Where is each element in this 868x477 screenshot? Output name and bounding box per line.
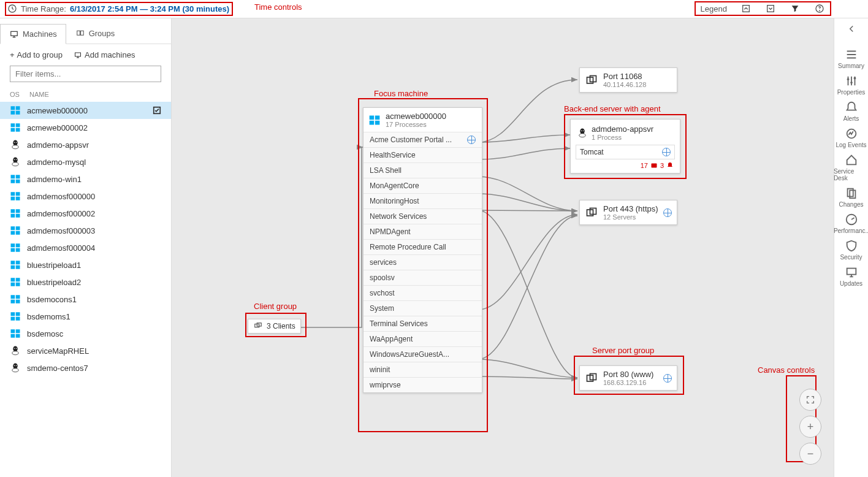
machine-row[interactable]: bluestripeload2: [0, 273, 171, 291]
process-row[interactable]: spoolsv: [364, 270, 482, 285]
process-row[interactable]: LSA Shell: [364, 162, 482, 178]
svg-point-71: [12, 368, 19, 372]
process-row[interactable]: wmiprvse: [364, 377, 482, 392]
collapse-all-icon[interactable]: [740, 3, 752, 14]
svg-rect-50: [11, 278, 15, 281]
svg-rect-15: [16, 123, 20, 127]
list-icon: [845, 48, 858, 61]
process-row[interactable]: wininit: [364, 362, 482, 377]
svg-rect-38: [11, 226, 15, 230]
plus-icon: +: [10, 50, 15, 59]
time-range-box[interactable]: Time Range: 6/13/2017 2:54 PM — 3:24 PM …: [5, 2, 233, 16]
windows-icon: [10, 122, 21, 133]
svg-rect-59: [16, 312, 20, 316]
rightbar-summary[interactable]: Summary: [834, 45, 868, 72]
svg-rect-2: [767, 6, 774, 12]
filter-icon[interactable]: [790, 3, 801, 14]
log-icon: [845, 127, 858, 140]
machine-row[interactable]: acmeweb000000: [0, 102, 171, 119]
svg-point-93: [853, 77, 856, 80]
svg-point-69: [16, 348, 17, 349]
legend-label[interactable]: Legend: [701, 4, 727, 13]
tab-groups[interactable]: Groups: [66, 23, 124, 44]
zoom-out-button[interactable]: −: [799, 443, 821, 465]
tab-machines[interactable]: Machines: [0, 24, 66, 44]
linux-icon: [577, 127, 588, 139]
rightbar-performanc[interactable]: Performanc..: [834, 210, 868, 237]
agent-node[interactable]: admdemo-appsvr 1 Process Tomcat 17 3: [570, 119, 680, 174]
process-row[interactable]: services: [364, 254, 482, 270]
process-row[interactable]: Acme Customer Portal ...: [364, 132, 482, 147]
machine-row[interactable]: acmeweb000002: [0, 119, 171, 136]
process-row[interactable]: WaAppAgent: [364, 331, 482, 346]
process-row[interactable]: HealthService: [364, 147, 482, 162]
process-row[interactable]: Remote Procedure Call: [364, 239, 482, 254]
client-group-node[interactable]: 3 Clients: [248, 319, 301, 334]
rightbar: SummaryPropertiesAlertsLog EventsService…: [834, 18, 868, 477]
rightbar-updates[interactable]: Updates: [834, 263, 868, 289]
windows-icon: [10, 174, 21, 185]
machine-row[interactable]: admdemosf000003: [0, 222, 171, 239]
globe-icon: [663, 374, 672, 383]
focus-machine-node[interactable]: acmeweb000000 17 Processes Acme Customer…: [363, 107, 482, 393]
port-node-443[interactable]: Port 443 (https) 12 Servers: [579, 200, 677, 225]
process-row[interactable]: WindowsAzureGuestA...: [364, 346, 482, 362]
process-row[interactable]: svchost: [364, 285, 482, 300]
filter-input[interactable]: [10, 66, 161, 82]
svg-point-19: [12, 145, 19, 149]
rightbar-security[interactable]: Security: [834, 237, 868, 263]
windows-icon: [10, 311, 21, 322]
machine-row[interactable]: admdemo-mysql: [0, 153, 171, 170]
machine-name: admdemosf000004: [27, 243, 161, 253]
machine-name: bluestripeload2: [27, 278, 161, 287]
collapse-icon[interactable]: [846, 23, 857, 34]
rightbar-changes[interactable]: Changes: [834, 184, 868, 210]
rightbar-alerts[interactable]: Alerts: [834, 98, 868, 124]
process-row[interactable]: System: [364, 300, 482, 316]
process-row[interactable]: NPMDAgent: [364, 224, 482, 239]
svg-rect-49: [16, 265, 20, 269]
help-icon[interactable]: [814, 3, 825, 14]
machine-name: admdemo-mysql: [27, 158, 161, 167]
svg-rect-63: [16, 329, 20, 333]
windows-icon: [368, 114, 381, 126]
expand-all-icon[interactable]: [765, 3, 776, 14]
machine-row[interactable]: bsdemosc: [0, 325, 171, 342]
machine-row[interactable]: bsdemocons1: [0, 291, 171, 308]
machine-name: admdemosf000000: [27, 192, 161, 201]
machine-row[interactable]: smdemo-centos7: [0, 359, 171, 376]
machine-row[interactable]: admdemosf000002: [0, 205, 171, 222]
machine-row[interactable]: admdemo-appsvr: [0, 136, 171, 153]
machine-row[interactable]: admdemo-win1: [0, 170, 171, 188]
servers-icon: [585, 74, 598, 86]
machine-row[interactable]: bsdemoms1: [0, 308, 171, 325]
process-row[interactable]: MonitoringHost: [364, 193, 482, 208]
files-icon: [845, 186, 858, 200]
machine-row[interactable]: serviceMapRHEL: [0, 342, 171, 359]
process-list: Acme Customer Portal ...HealthServiceLSA…: [364, 132, 482, 392]
fit-button[interactable]: [799, 389, 821, 411]
rightbar-properties[interactable]: Properties: [834, 72, 868, 98]
add-to-group-button[interactable]: +Add to group: [10, 50, 63, 59]
process-row[interactable]: MonAgentCore: [364, 178, 482, 193]
process-row[interactable]: Terminal Services: [364, 316, 482, 331]
bell-icon: [845, 101, 858, 114]
machine-row[interactable]: admdemosf000004: [0, 239, 171, 256]
machine-name: admdemosf000002: [27, 209, 161, 218]
svg-rect-10: [16, 106, 20, 110]
svg-rect-44: [11, 248, 15, 252]
process-row[interactable]: Network Services: [364, 208, 482, 224]
zoom-in-button[interactable]: +: [799, 416, 821, 438]
port-node-11068[interactable]: Port 11068 40.114.46.128: [579, 67, 677, 93]
map-canvas[interactable]: Focus machine Client group Back-end serv…: [172, 18, 834, 477]
machines-list: acmeweb000000acmeweb000002admdemo-appsvr…: [0, 102, 171, 477]
svg-point-22: [13, 158, 18, 163]
add-machines-button[interactable]: Add machines: [74, 50, 135, 59]
col-name: NAME: [29, 91, 49, 98]
rightbar-logevents[interactable]: Log Events: [834, 124, 868, 151]
port-node-80[interactable]: Port 80 (www) 168.63.129.16: [579, 365, 677, 391]
machine-row[interactable]: admdemosf000000: [0, 188, 171, 205]
svg-point-72: [14, 365, 15, 367]
rightbar-servicedesk[interactable]: Service Desk: [834, 151, 868, 184]
machine-row[interactable]: bluestripeload1: [0, 256, 171, 273]
